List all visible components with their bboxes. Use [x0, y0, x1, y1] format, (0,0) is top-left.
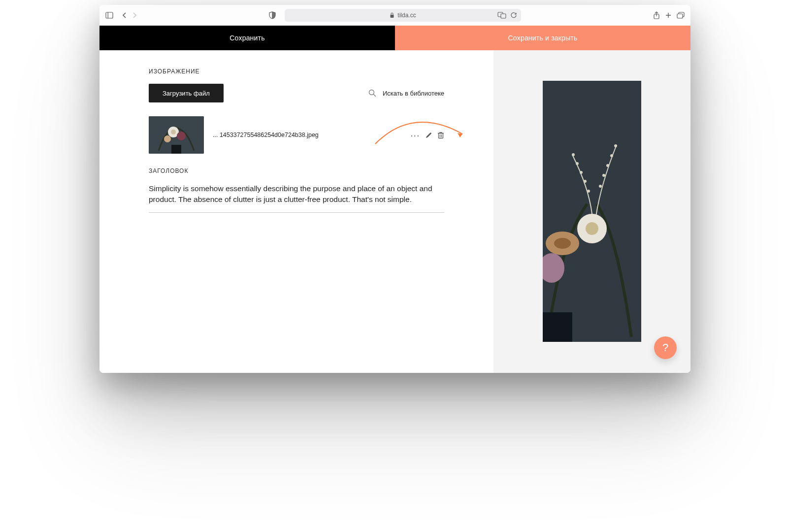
save-close-button[interactable]: Сохранить и закрыть	[395, 26, 690, 50]
svg-point-30	[606, 164, 609, 167]
svg-point-28	[614, 144, 617, 147]
reload-icon[interactable]	[510, 12, 517, 19]
svg-point-32	[599, 185, 602, 188]
preview-pane	[493, 50, 690, 373]
help-button[interactable]: ?	[654, 336, 677, 359]
svg-point-10	[369, 90, 374, 95]
new-tab-icon[interactable]	[665, 12, 672, 19]
preview-art	[543, 81, 641, 342]
browser-chrome: tilda.cc	[99, 5, 690, 26]
svg-point-23	[572, 153, 575, 156]
nav-forward-icon[interactable]	[132, 12, 137, 19]
nav-back-icon[interactable]	[122, 12, 127, 19]
address-bar-host: tilda.cc	[397, 12, 416, 19]
svg-rect-9	[677, 14, 683, 18]
title-input[interactable]	[149, 183, 444, 213]
search-in-library-link[interactable]: Искать в библиотеке	[368, 89, 444, 98]
image-section-label: ИЗОБРАЖЕНИЕ	[149, 68, 444, 75]
uploaded-file-row: ... 1453372755486254d0e724b38.jpeg ...	[149, 116, 444, 154]
search-in-library-label: Искать в библиотеке	[383, 90, 444, 97]
svg-rect-17	[171, 145, 181, 154]
upload-file-button[interactable]: Загрузить файл	[149, 84, 224, 102]
title-section-label: ЗАГОЛОВОК	[149, 167, 444, 174]
thumbnail-art	[149, 116, 204, 154]
browser-window: tilda.cc	[99, 5, 690, 373]
share-icon[interactable]	[653, 11, 660, 19]
address-bar[interactable]: tilda.cc	[285, 9, 521, 22]
search-icon	[368, 89, 377, 98]
svg-rect-38	[543, 312, 572, 342]
svg-point-34	[554, 238, 571, 249]
svg-line-11	[373, 94, 376, 97]
svg-point-24	[576, 162, 579, 165]
svg-point-15	[177, 132, 186, 140]
editor-panel: ИЗОБРАЖЕНИЕ Загрузить файл Искать в библ…	[99, 50, 493, 373]
save-button[interactable]: Сохранить	[99, 26, 395, 50]
svg-point-36	[586, 222, 598, 235]
tabs-overview-icon[interactable]	[677, 12, 685, 19]
edit-icon[interactable]	[425, 132, 432, 139]
preview-image	[543, 81, 641, 342]
help-glyph: ?	[662, 341, 668, 354]
editor-topbar: Сохранить Сохранить и закрыть	[99, 26, 690, 50]
svg-point-26	[584, 180, 587, 183]
svg-point-31	[602, 174, 605, 177]
image-thumbnail[interactable]	[149, 116, 204, 154]
svg-rect-2	[391, 15, 394, 18]
svg-point-27	[587, 190, 590, 193]
file-more-icon[interactable]: ...	[411, 130, 420, 140]
privacy-shield-icon[interactable]	[269, 11, 276, 19]
reader-translate-icon[interactable]	[497, 12, 506, 19]
svg-point-25	[580, 171, 583, 174]
lock-icon	[390, 12, 394, 18]
svg-point-16	[164, 135, 171, 142]
svg-rect-4	[501, 14, 506, 18]
svg-point-29	[610, 154, 613, 157]
svg-point-14	[171, 130, 176, 134]
svg-rect-18	[439, 133, 443, 138]
delete-icon[interactable]	[437, 132, 444, 139]
uploaded-file-name: ... 1453372755486254d0e724b38.jpeg	[213, 132, 319, 138]
sidebar-toggle-icon[interactable]	[105, 12, 113, 19]
svg-rect-0	[106, 12, 113, 18]
